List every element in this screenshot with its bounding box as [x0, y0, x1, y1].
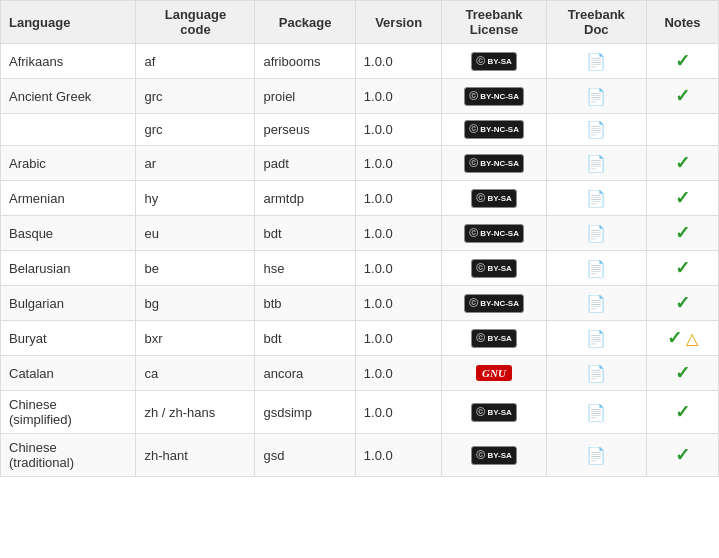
cell-language: Ancient Greek	[1, 79, 136, 114]
cell-package: proiel	[255, 79, 355, 114]
cell-doc: 📄	[546, 356, 646, 391]
cell-package: bdt	[255, 216, 355, 251]
cell-doc: 📄	[546, 391, 646, 434]
cell-doc: 📄	[546, 434, 646, 477]
check-icon: ✓	[675, 293, 690, 313]
cell-version: 1.0.0	[355, 391, 442, 434]
doc-icon: 📄	[586, 330, 606, 347]
table-row: Chinese(simplified) zh / zh-hans gsdsimp…	[1, 391, 719, 434]
doc-icon: 📄	[586, 121, 606, 138]
cell-doc: 📄	[546, 321, 646, 356]
check-icon: ✓	[675, 86, 690, 106]
col-header-doc: TreebankDoc	[546, 1, 646, 44]
table-row: Bulgarian bg btb 1.0.0 ⓒ BY-NC-SA 📄 ✓	[1, 286, 719, 321]
cell-license: ⓒ BY-SA	[442, 391, 546, 434]
cell-notes	[646, 114, 718, 146]
cell-code: ar	[136, 146, 255, 181]
cell-license: ⓒ BY-NC-SA	[442, 79, 546, 114]
cell-license: ⓒ BY-SA	[442, 251, 546, 286]
cell-notes: ✓	[646, 286, 718, 321]
col-header-package: Package	[255, 1, 355, 44]
doc-icon: 📄	[586, 404, 606, 421]
cell-doc: 📄	[546, 286, 646, 321]
cell-doc: 📄	[546, 114, 646, 146]
doc-icon: 📄	[586, 53, 606, 70]
cell-version: 1.0.0	[355, 286, 442, 321]
license-badge-cc-by-nc-sa: ⓒ BY-NC-SA	[464, 120, 524, 139]
cell-version: 1.0.0	[355, 216, 442, 251]
license-badge-cc-by-sa: ⓒ BY-SA	[471, 329, 517, 348]
check-icon: ✓	[675, 51, 690, 71]
cell-notes: ✓	[646, 216, 718, 251]
cell-package: bdt	[255, 321, 355, 356]
cell-notes: ✓	[646, 434, 718, 477]
table-row: Basque eu bdt 1.0.0 ⓒ BY-NC-SA 📄 ✓	[1, 216, 719, 251]
cell-notes: ✓ △	[646, 321, 718, 356]
cell-version: 1.0.0	[355, 79, 442, 114]
doc-icon: 📄	[586, 155, 606, 172]
cell-package: padt	[255, 146, 355, 181]
cell-code: af	[136, 44, 255, 79]
license-badge-gnu: GNU	[476, 365, 512, 381]
check-icon: ✓	[675, 402, 690, 422]
cell-package: afribooms	[255, 44, 355, 79]
table-row: Arabic ar padt 1.0.0 ⓒ BY-NC-SA 📄 ✓	[1, 146, 719, 181]
cell-package: gsdsimp	[255, 391, 355, 434]
cell-language: Chinese(traditional)	[1, 434, 136, 477]
col-header-version: Version	[355, 1, 442, 44]
languages-table: Language Languagecode Package Version Tr…	[0, 0, 719, 477]
license-badge-cc-by-nc-sa: ⓒ BY-NC-SA	[464, 224, 524, 243]
table-row: Catalan ca ancora 1.0.0 GNU 📄 ✓	[1, 356, 719, 391]
cell-notes: ✓	[646, 146, 718, 181]
warning-icon: △	[686, 330, 698, 347]
cell-notes: ✓	[646, 391, 718, 434]
cell-code: grc	[136, 114, 255, 146]
cell-code: grc	[136, 79, 255, 114]
cell-language: Belarusian	[1, 251, 136, 286]
cell-notes: ✓	[646, 356, 718, 391]
cell-code: be	[136, 251, 255, 286]
cell-language: Bulgarian	[1, 286, 136, 321]
cell-notes: ✓	[646, 251, 718, 286]
cell-package: ancora	[255, 356, 355, 391]
check-icon: ✓	[675, 363, 690, 383]
cell-package: btb	[255, 286, 355, 321]
cell-version: 1.0.0	[355, 321, 442, 356]
license-badge-cc-by-sa: ⓒ BY-SA	[471, 403, 517, 422]
cell-doc: 📄	[546, 181, 646, 216]
cell-version: 1.0.0	[355, 251, 442, 286]
cell-license: GNU	[442, 356, 546, 391]
cell-language: Armenian	[1, 181, 136, 216]
doc-icon: 📄	[586, 447, 606, 464]
cell-license: ⓒ BY-NC-SA	[442, 286, 546, 321]
cell-language: Basque	[1, 216, 136, 251]
cell-code: zh / zh-hans	[136, 391, 255, 434]
license-badge-cc-by-sa: ⓒ BY-SA	[471, 259, 517, 278]
doc-icon: 📄	[586, 190, 606, 207]
table-row: Ancient Greek grc proiel 1.0.0 ⓒ BY-NC-S…	[1, 79, 719, 114]
table-header-row: Language Languagecode Package Version Tr…	[1, 1, 719, 44]
cell-notes: ✓	[646, 181, 718, 216]
cell-license: ⓒ BY-NC-SA	[442, 216, 546, 251]
cell-package: armtdp	[255, 181, 355, 216]
cell-doc: 📄	[546, 79, 646, 114]
col-header-language: Language	[1, 1, 136, 44]
license-badge-cc-by-nc-sa: ⓒ BY-NC-SA	[464, 154, 524, 173]
cell-language	[1, 114, 136, 146]
doc-icon: 📄	[586, 225, 606, 242]
check-icon: ✓	[675, 188, 690, 208]
cell-code: hy	[136, 181, 255, 216]
doc-icon: 📄	[586, 88, 606, 105]
cell-version: 1.0.0	[355, 181, 442, 216]
col-header-code: Languagecode	[136, 1, 255, 44]
cell-license: ⓒ BY-NC-SA	[442, 146, 546, 181]
cell-language: Catalan	[1, 356, 136, 391]
doc-icon: 📄	[586, 260, 606, 277]
check-icon: ✓	[675, 258, 690, 278]
cell-version: 1.0.0	[355, 44, 442, 79]
col-header-notes: Notes	[646, 1, 718, 44]
cell-version: 1.0.0	[355, 356, 442, 391]
cell-code: bg	[136, 286, 255, 321]
cell-license: ⓒ BY-SA	[442, 434, 546, 477]
check-icon: ✓	[675, 223, 690, 243]
